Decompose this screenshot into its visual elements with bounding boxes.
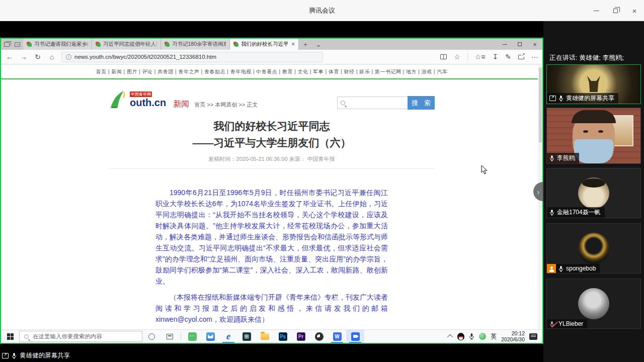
store-icon <box>243 332 251 341</box>
article-meta: 发稿时间：2020-05-21 06:36:00 来源： 中国青年报 <box>109 155 435 163</box>
site-search-button[interactable]: 搜 索 <box>408 96 435 110</box>
round-app-icon <box>315 332 324 341</box>
logo-domain: outh.cn <box>130 97 166 108</box>
participant-tile-4[interactable]: spongebob <box>546 223 641 274</box>
participant-tile-1[interactable]: 黄雄健的屏幕共享 <box>546 64 641 104</box>
download-icon[interactable]: ↧ <box>493 53 499 61</box>
cortana-button[interactable] <box>142 330 160 343</box>
more-menu-icon[interactable]: ··· <box>531 53 538 61</box>
tencent-meeting-taskbar-button[interactable] <box>346 330 364 343</box>
set-tabs-aside-icon[interactable] <box>4 42 10 47</box>
browser-tab-1[interactable]: 习书记邀请我们返家乡搞农 <box>23 39 92 50</box>
tab-favicon <box>165 42 170 47</box>
article-body: 1990年6月21日至1996年5月9日，时任福州市委书记习近平兼任闽江职业大学… <box>155 187 388 329</box>
avatar <box>578 177 609 209</box>
participants-sidebar: 正在讲话: 黄雄健; 李熊鸥; 黄雄健的屏幕共享 <box>543 21 644 362</box>
wps-taskbar-button[interactable]: W <box>328 330 346 343</box>
site-search-box[interactable] <box>337 97 408 109</box>
tab-preview-chevron-icon[interactable]: ⌄ <box>312 39 325 50</box>
photoshop-taskbar-button[interactable]: Ps <box>274 330 292 343</box>
participant-tile-3[interactable]: 金融1704聂一帆 <box>546 168 641 218</box>
tab-title: 习书记邀请我们返家乡搞农 <box>34 41 88 48</box>
restore-tabs-icon[interactable] <box>15 42 20 47</box>
taskbar-clock[interactable]: 20:12 2020/6/30 <box>501 330 525 342</box>
home-icon[interactable]: ⌂ <box>47 53 56 61</box>
browser-tab-2[interactable]: 习近平同志提倡年轻人要“自 <box>92 39 161 50</box>
browser-tab-4-active[interactable]: 我们的好校长习近平同志 × <box>230 39 299 50</box>
minimize-icon <box>594 11 599 11</box>
channel-label[interactable]: 新闻 <box>173 99 189 110</box>
restore-button[interactable] <box>606 0 625 21</box>
browser-maximize-button[interactable] <box>512 39 527 50</box>
search-icon <box>341 101 345 105</box>
browser-close-button[interactable]: × <box>527 39 542 50</box>
premiere-taskbar-button[interactable]: Pr <box>292 330 310 343</box>
folder-icon <box>261 333 269 340</box>
antivirus-tray-icon[interactable] <box>479 333 486 340</box>
favorites-hub-icon[interactable]: ☆≡ <box>475 53 486 61</box>
site-info-icon[interactable]: i <box>66 54 71 60</box>
share-status-text: 黄雄健的屏幕共享 <box>20 351 70 360</box>
edge-taskbar-button[interactable]: e <box>219 330 237 343</box>
screen-share-icon <box>2 353 9 358</box>
file-explorer-taskbar-button[interactable] <box>256 330 274 343</box>
web-note-pen-icon[interactable]: ✎ <box>505 53 511 61</box>
tab-favicon <box>96 42 101 47</box>
start-button[interactable] <box>1 330 19 343</box>
input-language-indicator[interactable]: 英 <box>491 332 497 341</box>
new-tab-button[interactable]: + <box>299 39 312 50</box>
share-icon[interactable] <box>518 55 524 59</box>
minimize-button[interactable] <box>587 0 606 21</box>
article-title-line2: ——习近平与大学生朋友们（六） <box>109 134 435 151</box>
mail-taskbar-button[interactable] <box>201 330 219 343</box>
back-icon[interactable]: ← <box>5 53 14 61</box>
w-app-icon: W <box>333 332 342 341</box>
meeting-titlebar: 腾讯会议 × <box>0 0 644 21</box>
participant-tile-2[interactable]: 李熊鸥 <box>546 108 641 164</box>
qq-tray-icon[interactable] <box>457 333 464 340</box>
scrollbar-thumb[interactable] <box>539 67 542 143</box>
mic-icon <box>549 209 554 216</box>
youthcn-logo[interactable]: 中国青年网 outh.cn <box>130 92 166 108</box>
site-search-input[interactable] <box>348 100 404 107</box>
browser-minimize-button[interactable] <box>497 39 512 50</box>
close-button[interactable]: × <box>625 0 644 21</box>
mic-icon <box>12 352 17 359</box>
participant-tile-5[interactable]: YLBieber <box>546 279 641 329</box>
date: 2020/6/30 <box>501 336 525 342</box>
divider <box>181 333 181 340</box>
edge-icon: e <box>226 331 230 342</box>
microphone-tray-icon[interactable] <box>469 333 474 340</box>
time: 20:12 <box>501 330 525 336</box>
tab-title: 习近平同志提倡年轻人要“自 <box>103 41 157 48</box>
tab-favicon <box>27 42 32 47</box>
member-role-badge-icon <box>547 264 556 273</box>
action-center-icon[interactable] <box>529 333 537 340</box>
browser-addressbar: ← → ↻ ⌂ i ☆ ☆≡ ↧ ✎ ··· <box>1 50 542 64</box>
tab-title: 习书记180余字寄语闽东大学 <box>172 41 226 48</box>
taskbar-search-box[interactable]: 在这里输入你要搜索的内容 <box>19 331 142 342</box>
tab-close-icon[interactable]: × <box>290 41 295 48</box>
task-view-button[interactable] <box>160 330 179 343</box>
store-taskbar-button[interactable] <box>237 330 256 343</box>
refresh-icon[interactable]: ↻ <box>33 53 42 61</box>
forward-icon[interactable]: → <box>19 53 28 61</box>
task-view-icon <box>167 334 173 339</box>
url-input[interactable] <box>74 54 318 60</box>
round-app-taskbar-button[interactable] <box>310 330 328 343</box>
browser-tabbar: 习书记邀请我们返家乡搞农 习近平同志提倡年轻人要“自 习书记180余字寄语闽东大… <box>1 39 542 50</box>
breadcrumb[interactable]: 首页 >> 本网原创 >> 正文 <box>194 101 258 109</box>
shared-screen: 习书记邀请我们返家乡搞农 习近平同志提倡年轻人要“自 习书记180余字寄语闽东大… <box>0 38 543 344</box>
site-nav[interactable]: 首页 | 新闻 | 图片 | 评论 | 共青团 | 青年之声 | 青春励志 | … <box>1 64 542 79</box>
wechat-taskbar-button[interactable] <box>183 330 201 343</box>
minimize-icon <box>503 44 507 45</box>
reading-view-icon[interactable] <box>440 54 447 59</box>
url-box[interactable]: i <box>61 52 323 62</box>
favorite-star-icon[interactable]: ☆ <box>454 53 460 61</box>
photoshop-icon: Ps <box>279 332 287 341</box>
article-paragraph: 1990年6月21日至1996年5月9日，时任福州市委书记习近平兼任闽江职业大学… <box>155 187 388 287</box>
avatar <box>578 288 609 319</box>
tencent-meeting-window: 腾讯会议 × 习书记邀请我们返家乡搞农 习近平同志提倡年轻人要“自 <box>0 0 644 362</box>
browser-tab-3[interactable]: 习书记180余字寄语闽东大学 <box>161 39 230 50</box>
tray-expand-icon[interactable] <box>447 334 453 340</box>
